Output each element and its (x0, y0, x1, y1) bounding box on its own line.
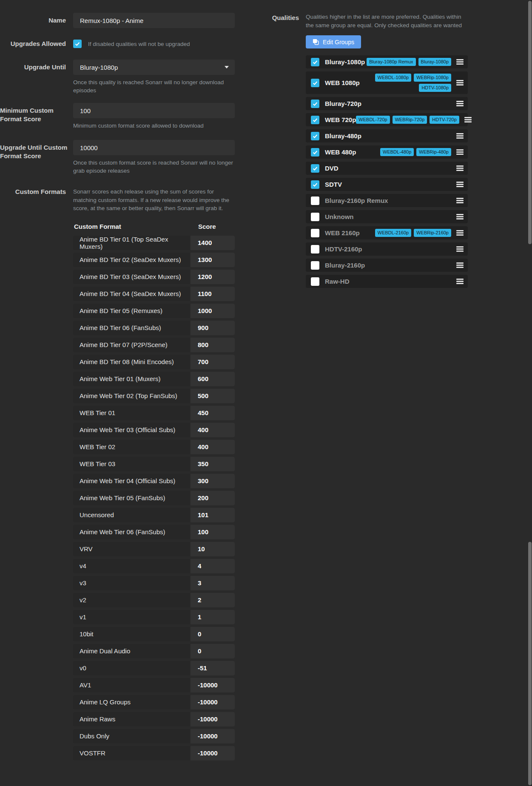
custom-format-score-input[interactable]: 4 (191, 559, 235, 573)
name-input[interactable] (73, 13, 235, 28)
custom-format-name: Anime Web Tier 06 (FanSubs) (73, 525, 190, 539)
quality-row[interactable]: HDTV-2160p (306, 242, 468, 256)
custom-format-row: Anime BD Tier 03 (SeaDex Muxers)1200 (73, 270, 235, 284)
quality-checkbox[interactable] (311, 277, 319, 286)
custom-format-score-input[interactable]: 101 (191, 508, 235, 522)
custom-format-score-input[interactable]: 0 (191, 627, 235, 641)
quality-checkbox[interactable] (311, 245, 319, 253)
custom-format-score-input[interactable]: 1300 (191, 253, 235, 267)
drag-handle-icon[interactable] (456, 245, 464, 253)
quality-checkbox[interactable] (311, 58, 319, 66)
custom-format-score-input[interactable]: -10000 (191, 695, 235, 709)
quality-name: Bluray-720p (325, 100, 361, 107)
quality-row[interactable]: Raw-HD (306, 275, 468, 288)
drag-handle-icon[interactable] (456, 213, 464, 220)
custom-format-score-input[interactable]: 200 (191, 491, 235, 505)
drag-handle-icon[interactable] (456, 58, 464, 66)
custom-format-score-input[interactable]: 10 (191, 542, 235, 556)
upgrade-until-select[interactable]: Bluray-1080p (73, 60, 235, 75)
drag-handle-icon[interactable] (456, 79, 464, 86)
custom-format-score-input[interactable]: 2 (191, 593, 235, 607)
quality-checkbox[interactable] (311, 180, 319, 189)
custom-format-score-input[interactable]: 400 (191, 440, 235, 454)
custom-format-score-input[interactable]: 1100 (191, 287, 235, 301)
quality-row[interactable]: Bluray-720p (306, 97, 468, 110)
quality-row[interactable]: Bluray-2160p (306, 259, 468, 272)
custom-format-row: Anime BD Tier 02 (SeaDex Muxers)1300 (73, 253, 235, 267)
drag-handle-icon[interactable] (456, 165, 464, 172)
custom-format-table: Anime BD Tier 01 (Top SeaDex Muxers)1400… (73, 236, 235, 760)
quality-checkbox[interactable] (311, 132, 319, 140)
custom-format-score-input[interactable]: -10000 (191, 712, 235, 726)
quality-row[interactable]: SDTV (306, 178, 468, 191)
custom-format-column-header: Custom Format (73, 223, 191, 230)
drag-handle-icon[interactable] (456, 181, 464, 188)
custom-format-row: WEB Tier 02400 (73, 440, 235, 454)
drag-handle-icon[interactable] (456, 262, 464, 269)
custom-format-score-input[interactable]: 500 (191, 389, 235, 403)
quality-checkbox[interactable] (311, 261, 319, 270)
quality-group-badges: WEBDL-1080pWEBRip-1080pHDTV-1080p (375, 74, 451, 92)
custom-format-score-input[interactable]: 0 (191, 644, 235, 658)
quality-checkbox[interactable] (311, 100, 319, 108)
quality-name: Bluray-1080p (325, 58, 365, 66)
custom-format-score-input[interactable]: 600 (191, 372, 235, 386)
custom-format-score-input[interactable]: 1400 (191, 236, 235, 250)
upgrades-allowed-checkbox[interactable] (73, 40, 82, 48)
quality-row[interactable]: DVD (306, 162, 468, 175)
custom-format-score-input[interactable]: -10000 (191, 746, 235, 760)
quality-checkbox[interactable] (311, 196, 319, 205)
custom-format-score-input[interactable]: 1200 (191, 270, 235, 284)
custom-format-score-input[interactable]: 1 (191, 610, 235, 624)
drag-handle-icon[interactable] (456, 100, 464, 107)
quality-name: Unknown (325, 213, 354, 220)
quality-row[interactable]: WEB 2160pWEBDL-2160pWEBRip-2160p (306, 226, 468, 239)
custom-format-score-input[interactable]: 900 (191, 321, 235, 335)
quality-row[interactable]: Bluray-1080pBluray-1080p RemuxBluray-108… (306, 55, 468, 68)
quality-row[interactable]: Unknown (306, 210, 468, 223)
custom-format-name: WEB Tier 03 (73, 457, 190, 471)
custom-format-score-input[interactable]: -10000 (191, 729, 235, 743)
quality-checkbox[interactable] (311, 148, 319, 157)
scrollbar-thumb-bottom[interactable] (528, 542, 532, 785)
quality-row[interactable]: Bluray-480p (306, 129, 468, 142)
custom-format-score-input[interactable]: 800 (191, 338, 235, 352)
custom-format-name: Anime Web Tier 05 (FanSubs) (73, 491, 190, 505)
quality-name: WEB 2160p (325, 229, 360, 236)
edit-groups-button[interactable]: Edit Groups (306, 35, 361, 48)
custom-format-score-input[interactable]: 400 (191, 423, 235, 437)
quality-row[interactable]: WEB 1080pWEBDL-1080pWEBRip-1080pHDTV-108… (306, 71, 468, 94)
quality-checkbox[interactable] (311, 79, 319, 87)
upgrades-allowed-help: If disabled qualities will not be upgrad… (88, 41, 190, 47)
custom-format-name: v0 (73, 661, 190, 675)
custom-format-score-input[interactable]: 700 (191, 355, 235, 369)
custom-format-score-input[interactable]: -10000 (191, 678, 235, 692)
quality-checkbox[interactable] (311, 116, 319, 124)
drag-handle-icon[interactable] (456, 229, 464, 236)
minimum-custom-format-score-input[interactable] (73, 103, 235, 118)
upgrade-until-custom-format-score-input[interactable] (73, 140, 235, 155)
custom-format-score-input[interactable]: 1000 (191, 304, 235, 318)
custom-format-score-input[interactable]: 450 (191, 406, 235, 420)
quality-row[interactable]: Bluray-2160p Remux (306, 194, 468, 207)
custom-format-score-input[interactable]: 300 (191, 474, 235, 488)
quality-checkbox[interactable] (311, 229, 319, 237)
drag-handle-icon[interactable] (456, 278, 464, 285)
custom-format-score-input[interactable]: 350 (191, 457, 235, 471)
drag-handle-icon[interactable] (464, 116, 472, 123)
scrollbar-thumb-top[interactable] (528, 1, 532, 244)
custom-format-score-input[interactable]: 100 (191, 525, 235, 539)
drag-handle-icon[interactable] (456, 197, 464, 204)
quality-row[interactable]: WEB 720pWEBDL-720pWEBRip-720pHDTV-720p (306, 113, 468, 126)
custom-format-score-input[interactable]: 3 (191, 576, 235, 590)
quality-group-badge: WEBRip-720p (393, 116, 427, 124)
drag-handle-icon[interactable] (456, 132, 464, 140)
quality-checkbox[interactable] (311, 213, 319, 221)
drag-handle-icon[interactable] (456, 148, 464, 156)
quality-checkbox[interactable] (311, 164, 319, 173)
custom-format-name: WEB Tier 01 (73, 406, 190, 420)
quality-row[interactable]: WEB 480pWEBDL-480pWEBRip-480p (306, 145, 468, 159)
custom-format-score-input[interactable]: -51 (191, 661, 235, 675)
custom-format-name: Anime BD Tier 03 (SeaDex Muxers) (73, 270, 190, 284)
custom-format-name: v2 (73, 593, 190, 607)
